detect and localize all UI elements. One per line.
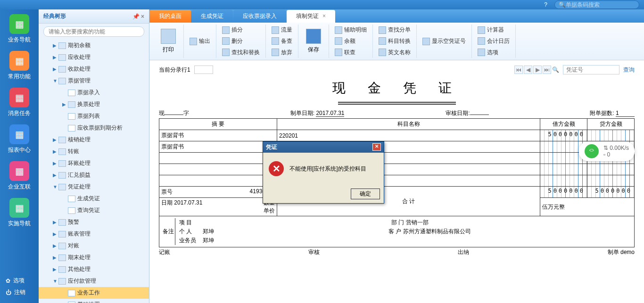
chevron-icon: ▶ xyxy=(53,55,58,60)
folder-icon xyxy=(58,66,66,73)
rail-item[interactable]: ▦报表中心 xyxy=(8,124,31,154)
tree-label: 查询凭证 xyxy=(77,206,100,214)
tree-node[interactable]: 票据录入 xyxy=(39,87,149,98)
next-button[interactable]: ▶ xyxy=(533,66,542,74)
tab[interactable]: 填制凭证× xyxy=(287,10,335,23)
wifi-widget[interactable]: ⌔ ⇅ 0.00K/s ▫ 0 xyxy=(579,141,635,161)
summary-cell[interactable]: 票据背书 xyxy=(159,130,277,141)
backup-button[interactable]: 备查 xyxy=(270,36,294,46)
amount-cell[interactable] xyxy=(587,175,635,187)
output-button[interactable]: 输出 xyxy=(188,36,212,46)
rail-item[interactable]: ▦消息任务 xyxy=(8,88,31,117)
options-button[interactable]: ✿选项 xyxy=(0,275,39,287)
global-search-input[interactable] xyxy=(566,1,636,8)
balance-button[interactable]: 余额 xyxy=(333,36,369,46)
prev-button[interactable]: ◀ xyxy=(524,66,532,74)
abandon-button[interactable]: 放弃 xyxy=(270,48,294,57)
summary-cell[interactable] xyxy=(159,164,277,175)
tab[interactable]: 我的桌面 xyxy=(149,10,191,23)
tree-label: 生成凭证 xyxy=(77,195,100,203)
print-button[interactable]: 打印 xyxy=(157,27,180,56)
delete-button[interactable]: 删分 xyxy=(220,36,262,46)
tree-node[interactable]: ▶核销处理 xyxy=(39,134,149,146)
table-row[interactable]: 票据背书2202015000000 xyxy=(159,130,635,141)
showempty-button[interactable]: 显示空凭证号 xyxy=(421,36,468,46)
summary-cell[interactable] xyxy=(159,175,277,187)
current-row-input[interactable] xyxy=(194,66,213,74)
insert-button[interactable]: 插分 xyxy=(220,25,262,35)
dialog-titlebar[interactable]: 凭证 ✕ xyxy=(263,142,384,153)
rail-item[interactable]: ▦常用功能 xyxy=(8,51,31,81)
tree-node[interactable]: 业务工作 xyxy=(39,287,149,299)
rail-item[interactable]: ▦业务导航 xyxy=(8,14,31,44)
amount-cell[interactable] xyxy=(587,164,635,175)
summary-cell[interactable]: 票据背书 xyxy=(159,141,277,153)
logout-button[interactable]: ⏻注销 xyxy=(0,287,39,298)
summary-cell[interactable] xyxy=(159,153,277,164)
tree-node[interactable]: 票据列表 xyxy=(39,110,149,122)
table-row[interactable]: 票据背书应收票据 xyxy=(159,141,635,153)
rail-item[interactable]: ▦实施导航 xyxy=(8,198,31,228)
table-row[interactable] xyxy=(159,164,635,175)
wifi-icon: ⌔ xyxy=(585,144,599,158)
tree-node[interactable]: ▶其他处理 xyxy=(39,263,149,275)
flow-button[interactable]: 流量 xyxy=(270,25,294,35)
findreplace-button[interactable]: 查找和替换 xyxy=(220,48,262,57)
amount-cell[interactable] xyxy=(540,164,587,175)
ribbon-options-button[interactable]: 选项 xyxy=(476,48,512,57)
tree-node[interactable]: 查询凭证 xyxy=(39,205,149,216)
amount-cell[interactable] xyxy=(540,175,587,187)
tab[interactable]: 生成凭证 xyxy=(191,10,233,23)
calc-button[interactable]: 计算器 xyxy=(476,25,512,35)
tree-node[interactable]: ▶账表管理 xyxy=(39,228,149,240)
linked-button[interactable]: 联查 xyxy=(333,48,369,57)
table-row[interactable] xyxy=(159,175,635,187)
tree-node[interactable]: ▶预警 xyxy=(39,216,149,228)
last-button[interactable]: ⏭ xyxy=(543,66,551,74)
tree-node[interactable]: 生成凭证 xyxy=(39,193,149,205)
bill-row: 票号 41930777 xyxy=(159,187,277,198)
tree-node[interactable]: ▶转账 xyxy=(39,146,149,157)
tree-label: 其他处理 xyxy=(68,265,91,273)
save-button[interactable]: 保存 xyxy=(302,27,325,56)
close-icon[interactable]: × xyxy=(322,13,326,19)
voucher-search-input[interactable] xyxy=(563,65,619,74)
tree-search-input[interactable] xyxy=(43,26,144,37)
findsplit-button[interactable]: 查找分单 xyxy=(377,25,413,35)
tree-node[interactable]: ▼凭证处理 xyxy=(39,181,149,193)
calc-icon xyxy=(478,26,485,34)
help-icon[interactable]: ? xyxy=(544,1,547,8)
tree-node[interactable]: ▶坏账处理 xyxy=(39,157,149,169)
tree-node[interactable]: ▶收款处理 xyxy=(39,63,149,75)
amount-cell[interactable]: 5000000 xyxy=(540,130,587,141)
first-button[interactable]: ⏮ xyxy=(514,66,523,74)
tree-node[interactable]: ▼应付款管理 xyxy=(39,275,149,287)
tree-node[interactable]: ▶对账 xyxy=(39,240,149,252)
chevron-icon: ▶ xyxy=(53,255,58,260)
tree-node[interactable]: 应收票据到期分析 xyxy=(39,122,149,134)
caldate-button[interactable]: 会计日历 xyxy=(476,36,512,46)
pin-icon[interactable]: 📌 × xyxy=(132,13,144,20)
subject-cell[interactable]: 220201 xyxy=(277,130,540,141)
table-row[interactable] xyxy=(159,153,635,164)
folder-icon xyxy=(58,160,66,167)
tree-node[interactable]: 基础设置 xyxy=(39,299,149,303)
tree-node[interactable]: ▶应收处理 xyxy=(39,51,149,63)
global-search[interactable]: 🔍 xyxy=(554,0,639,9)
aux-button[interactable]: 辅助明细 xyxy=(333,25,369,35)
tab[interactable]: 应收票据录入 xyxy=(233,10,286,23)
subjconv-button[interactable]: 科目转换 xyxy=(377,36,413,46)
engname-button[interactable]: 英文名称 xyxy=(377,48,413,57)
tree-node[interactable]: ▼票据管理 xyxy=(39,75,149,87)
tree-node[interactable]: ▶换票处理 xyxy=(39,98,149,110)
close-icon[interactable]: ✕ xyxy=(372,143,381,151)
balance-icon xyxy=(335,37,342,45)
amount-cell[interactable] xyxy=(587,130,635,141)
tree-node[interactable]: ▶期末处理 xyxy=(39,252,149,263)
showempty-icon xyxy=(422,38,430,45)
tree-node[interactable]: ▶期初余额 xyxy=(39,40,149,51)
query-link[interactable]: 查询 xyxy=(623,66,635,74)
tree-node[interactable]: ▶汇兑损益 xyxy=(39,169,149,181)
ok-button[interactable]: 确定 xyxy=(351,188,380,199)
rail-item[interactable]: ▦企业互联 xyxy=(8,161,31,191)
